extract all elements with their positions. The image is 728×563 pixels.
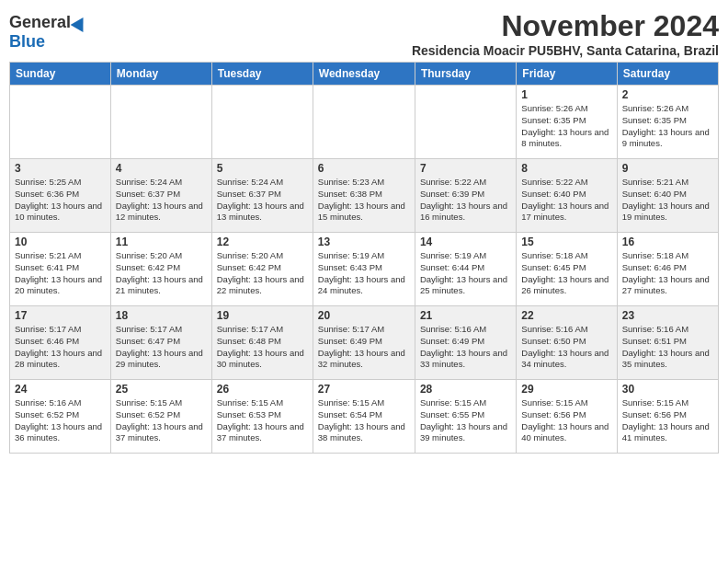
calendar-cell: 26Sunrise: 5:15 AMSunset: 6:53 PMDayligh…: [211, 380, 313, 454]
calendar-cell: 21Sunrise: 5:16 AMSunset: 6:49 PMDayligh…: [415, 306, 516, 380]
title-block: November 2024 Residencia Moacir PU5BHV, …: [412, 9, 719, 58]
calendar-cell: 28Sunrise: 5:15 AMSunset: 6:55 PMDayligh…: [415, 380, 516, 454]
weekday-header: Saturday: [617, 63, 718, 86]
calendar-cell: 1Sunrise: 5:26 AMSunset: 6:35 PMDaylight…: [517, 86, 617, 159]
calendar-cell: 12Sunrise: 5:20 AMSunset: 6:42 PMDayligh…: [211, 233, 313, 306]
calendar-cell: 8Sunrise: 5:22 AMSunset: 6:40 PMDaylight…: [517, 159, 617, 233]
day-number: 23: [622, 309, 713, 322]
calendar-cell: 25Sunrise: 5:15 AMSunset: 6:52 PMDayligh…: [110, 380, 211, 454]
calendar-cell: [110, 86, 211, 159]
calendar-week-row: 17Sunrise: 5:17 AMSunset: 6:46 PMDayligh…: [10, 306, 719, 380]
day-number: 4: [116, 162, 207, 175]
day-number: 22: [521, 309, 611, 322]
calendar-cell: [313, 86, 415, 159]
day-detail: Sunrise: 5:15 AMSunset: 6:55 PMDaylight:…: [420, 397, 511, 444]
weekday-header: Friday: [517, 63, 617, 86]
weekday-header: Wednesday: [313, 63, 415, 86]
calendar-cell: 20Sunrise: 5:17 AMSunset: 6:49 PMDayligh…: [313, 306, 415, 380]
day-detail: Sunrise: 5:18 AMSunset: 6:45 PMDaylight:…: [521, 250, 611, 297]
calendar-cell: 22Sunrise: 5:16 AMSunset: 6:50 PMDayligh…: [517, 306, 617, 380]
calendar-cell: 11Sunrise: 5:20 AMSunset: 6:42 PMDayligh…: [110, 233, 211, 306]
day-detail: Sunrise: 5:16 AMSunset: 6:51 PMDaylight:…: [622, 324, 713, 371]
day-number: 27: [318, 383, 410, 396]
day-number: 21: [420, 309, 511, 322]
day-number: 10: [15, 236, 106, 248]
calendar-cell: 24Sunrise: 5:16 AMSunset: 6:52 PMDayligh…: [10, 380, 111, 454]
calendar-cell: 7Sunrise: 5:22 AMSunset: 6:39 PMDaylight…: [415, 159, 516, 233]
logo-triangle-icon: [71, 13, 90, 31]
day-detail: Sunrise: 5:21 AMSunset: 6:40 PMDaylight:…: [622, 177, 713, 224]
calendar-cell: 13Sunrise: 5:19 AMSunset: 6:43 PMDayligh…: [313, 233, 415, 306]
calendar-cell: 14Sunrise: 5:19 AMSunset: 6:44 PMDayligh…: [415, 233, 516, 306]
day-detail: Sunrise: 5:17 AMSunset: 6:46 PMDaylight:…: [15, 324, 106, 371]
calendar-subtitle: Residencia Moacir PU5BHV, Santa Catarina…: [412, 43, 719, 58]
day-detail: Sunrise: 5:16 AMSunset: 6:52 PMDaylight:…: [15, 397, 106, 444]
day-number: 12: [217, 236, 308, 248]
day-number: 26: [217, 383, 308, 396]
calendar-cell: 4Sunrise: 5:24 AMSunset: 6:37 PMDaylight…: [110, 159, 211, 233]
day-number: 13: [318, 236, 410, 248]
calendar-cell: 23Sunrise: 5:16 AMSunset: 6:51 PMDayligh…: [617, 306, 718, 380]
day-detail: Sunrise: 5:23 AMSunset: 6:38 PMDaylight:…: [318, 177, 410, 224]
calendar-cell: 3Sunrise: 5:25 AMSunset: 6:36 PMDaylight…: [10, 159, 111, 233]
day-number: 17: [15, 309, 106, 322]
day-detail: Sunrise: 5:15 AMSunset: 6:52 PMDaylight:…: [116, 397, 207, 444]
day-detail: Sunrise: 5:20 AMSunset: 6:42 PMDaylight:…: [217, 250, 308, 297]
calendar-cell: 10Sunrise: 5:21 AMSunset: 6:41 PMDayligh…: [10, 233, 111, 306]
calendar-week-row: 1Sunrise: 5:26 AMSunset: 6:35 PMDaylight…: [10, 86, 719, 159]
day-detail: Sunrise: 5:26 AMSunset: 6:35 PMDaylight:…: [622, 103, 713, 150]
day-number: 30: [622, 383, 713, 396]
calendar-cell: [415, 86, 516, 159]
day-number: 6: [318, 162, 410, 175]
day-number: 15: [521, 236, 611, 248]
day-detail: Sunrise: 5:15 AMSunset: 6:54 PMDaylight:…: [318, 397, 410, 444]
calendar-cell: 5Sunrise: 5:24 AMSunset: 6:37 PMDaylight…: [211, 159, 313, 233]
calendar-cell: 17Sunrise: 5:17 AMSunset: 6:46 PMDayligh…: [10, 306, 111, 380]
day-number: 29: [521, 383, 611, 396]
weekday-header: Thursday: [415, 63, 516, 86]
calendar-table: SundayMondayTuesdayWednesdayThursdayFrid…: [9, 62, 719, 454]
calendar-cell: 19Sunrise: 5:17 AMSunset: 6:48 PMDayligh…: [211, 306, 313, 380]
calendar-week-row: 10Sunrise: 5:21 AMSunset: 6:41 PMDayligh…: [10, 233, 719, 306]
day-number: 28: [420, 383, 511, 396]
weekday-header: Tuesday: [211, 63, 313, 86]
day-detail: Sunrise: 5:21 AMSunset: 6:41 PMDaylight:…: [15, 250, 106, 297]
calendar-cell: 29Sunrise: 5:15 AMSunset: 6:56 PMDayligh…: [517, 380, 617, 454]
weekday-header: Monday: [110, 63, 211, 86]
day-number: 18: [116, 309, 207, 322]
calendar-cell: [211, 86, 313, 159]
day-detail: Sunrise: 5:16 AMSunset: 6:50 PMDaylight:…: [521, 324, 611, 371]
calendar-cell: 30Sunrise: 5:15 AMSunset: 6:56 PMDayligh…: [617, 380, 718, 454]
page-header: General Blue November 2024 Residencia Mo…: [9, 9, 719, 58]
day-detail: Sunrise: 5:17 AMSunset: 6:47 PMDaylight:…: [116, 324, 207, 371]
calendar-cell: 9Sunrise: 5:21 AMSunset: 6:40 PMDaylight…: [617, 159, 718, 233]
day-detail: Sunrise: 5:24 AMSunset: 6:37 PMDaylight:…: [116, 177, 207, 224]
logo-blue-text: Blue: [9, 32, 45, 52]
weekday-header: Sunday: [10, 63, 111, 86]
day-number: 7: [420, 162, 511, 175]
day-number: 1: [521, 88, 611, 101]
logo: General Blue: [9, 13, 87, 52]
day-number: 11: [116, 236, 207, 248]
calendar-week-row: 3Sunrise: 5:25 AMSunset: 6:36 PMDaylight…: [10, 159, 719, 233]
day-detail: Sunrise: 5:26 AMSunset: 6:35 PMDaylight:…: [521, 103, 611, 150]
day-number: 16: [622, 236, 713, 248]
day-number: 24: [15, 383, 106, 396]
calendar-header-row: SundayMondayTuesdayWednesdayThursdayFrid…: [10, 63, 719, 86]
day-detail: Sunrise: 5:20 AMSunset: 6:42 PMDaylight:…: [116, 250, 207, 297]
day-detail: Sunrise: 5:19 AMSunset: 6:43 PMDaylight:…: [318, 250, 410, 297]
day-number: 14: [420, 236, 511, 248]
day-detail: Sunrise: 5:22 AMSunset: 6:40 PMDaylight:…: [521, 177, 611, 224]
day-detail: Sunrise: 5:17 AMSunset: 6:48 PMDaylight:…: [217, 324, 308, 371]
day-detail: Sunrise: 5:18 AMSunset: 6:46 PMDaylight:…: [622, 250, 713, 297]
calendar-cell: 16Sunrise: 5:18 AMSunset: 6:46 PMDayligh…: [617, 233, 718, 306]
calendar-cell: [10, 86, 111, 159]
calendar-week-row: 24Sunrise: 5:16 AMSunset: 6:52 PMDayligh…: [10, 380, 719, 454]
calendar-cell: 27Sunrise: 5:15 AMSunset: 6:54 PMDayligh…: [313, 380, 415, 454]
calendar-cell: 18Sunrise: 5:17 AMSunset: 6:47 PMDayligh…: [110, 306, 211, 380]
month-title: November 2024: [412, 9, 719, 43]
day-number: 9: [622, 162, 713, 175]
day-detail: Sunrise: 5:22 AMSunset: 6:39 PMDaylight:…: [420, 177, 511, 224]
day-number: 2: [622, 88, 713, 101]
day-number: 20: [318, 309, 410, 322]
